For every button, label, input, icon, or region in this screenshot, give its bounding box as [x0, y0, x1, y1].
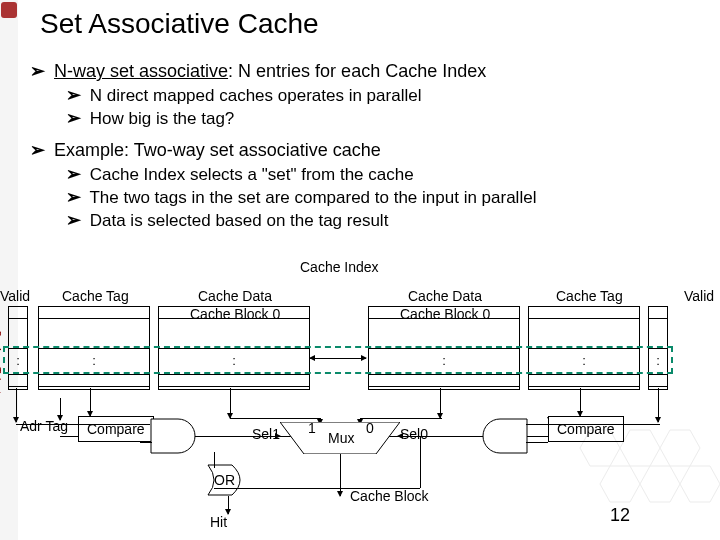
- bullet-list: ➢ N-way set associative: N entries for e…: [30, 60, 710, 232]
- mux-in-0: 0: [366, 420, 374, 436]
- vdots: :: [159, 353, 309, 368]
- valid-right-to-and: [526, 424, 660, 425]
- hit-label: Hit: [210, 514, 227, 530]
- data-left-to-mux: [230, 418, 320, 419]
- bullet-nway-sub2: ➢ How big is the tag?: [66, 107, 710, 129]
- index-arrow-left: [310, 358, 340, 359]
- tag-left-wire: [90, 388, 91, 416]
- mux-in-1: 1: [308, 420, 316, 436]
- valid-left-wire: [16, 388, 17, 422]
- hdr-valid-right: Valid: [684, 288, 714, 304]
- hit-wire: [228, 496, 229, 514]
- bullet-arrow-icon: ➢: [66, 164, 81, 184]
- compare-right: Compare: [548, 416, 624, 442]
- bullet-text: How big is the tag?: [90, 109, 235, 128]
- valid-col-left: :: [8, 306, 28, 390]
- bullet-arrow-icon: ➢: [66, 210, 81, 230]
- tag-col-left: :: [38, 306, 150, 390]
- hdr-data-right: Cache Data: [408, 288, 482, 304]
- page-number: 12: [610, 505, 630, 526]
- slide-title: Set Associative Cache: [40, 8, 319, 40]
- bullet-example-sub2: ➢ The two tags in the set are compared t…: [66, 186, 710, 208]
- valid-col-right: :: [648, 306, 668, 390]
- bullet-arrow-icon: ➢: [66, 108, 81, 128]
- compare-left: Compare: [78, 416, 154, 442]
- vdots: :: [369, 353, 519, 368]
- adr-tag-wire-down: [60, 398, 61, 420]
- data-col-left: :: [158, 306, 310, 390]
- hdr-tag-left: Cache Tag: [62, 288, 129, 304]
- tag-col-right: :: [528, 306, 640, 390]
- sel1-to-or: [214, 452, 215, 468]
- data-right-to-mux: [360, 418, 442, 419]
- data-left-drop: [230, 388, 231, 418]
- cmp-left-to-and: [140, 442, 152, 443]
- data-col-right: :: [368, 306, 520, 390]
- bullet-arrow-icon: ➢: [30, 140, 45, 160]
- cache-diagram: Valid Cache Tag Cache Data Cache Data Ca…: [0, 288, 720, 528]
- bullet-example-sub3: ➢ Data is selected based on the tag resu…: [66, 209, 710, 231]
- valid-left-to-and: [16, 424, 150, 425]
- bullet-text: Cache Index selects a "set" from the cac…: [90, 165, 414, 184]
- bullet-arrow-icon: ➢: [30, 61, 45, 81]
- hdr-valid-left: Valid: [0, 288, 30, 304]
- bullet-arrow-icon: ➢: [66, 187, 81, 207]
- valid-right-wire: [658, 388, 659, 422]
- sel1-label: Sel1: [252, 426, 280, 442]
- tag-right-wire: [580, 388, 581, 416]
- data-right-drop: [440, 388, 441, 418]
- hdr-tag-right: Cache Tag: [556, 288, 623, 304]
- bullet-nway-rest: : N entries for each Cache Index: [228, 61, 486, 81]
- index-arrow-right: [340, 358, 366, 359]
- mux: Mux 1 0: [280, 422, 400, 454]
- and-gate-left-icon: [150, 418, 200, 454]
- vdots: :: [649, 353, 667, 368]
- hdr-data-left: Cache Data: [198, 288, 272, 304]
- vdots: :: [39, 353, 149, 368]
- bullet-example-sub1: ➢ Cache Index selects a "set" from the c…: [66, 163, 710, 185]
- sel0-to-or-v: [420, 436, 421, 488]
- bullet-nway: ➢ N-way set associative: N entries for e…: [30, 60, 710, 82]
- mux-label: Mux: [328, 430, 354, 446]
- vdots: :: [9, 353, 27, 368]
- cache-index-label: Cache Index: [300, 259, 379, 275]
- bullet-nway-strong: N-way set associative: [54, 61, 228, 81]
- bullet-text: The two tags in the set are compared to …: [89, 188, 536, 207]
- vdots: :: [529, 353, 639, 368]
- cache-block-label: Cache Block: [350, 488, 429, 504]
- cmp-right-to-and: [526, 442, 548, 443]
- or-label: OR: [214, 472, 235, 488]
- logo-icon: [1, 2, 17, 18]
- bullet-nway-sub1: ➢ N direct mapped caches operates in par…: [66, 84, 710, 106]
- bullet-example: ➢ Example: Two-way set associative cache: [30, 139, 710, 161]
- bullet-arrow-icon: ➢: [66, 85, 81, 105]
- bullet-text: Data is selected based on the tag result: [90, 211, 389, 230]
- sel0-label: Sel0: [400, 426, 428, 442]
- and-gate-right-icon: [478, 418, 528, 454]
- cache-block-wire: [340, 454, 341, 496]
- bullet-text: N direct mapped caches operates in paral…: [90, 86, 422, 105]
- bullet-text: Example: Two-way set associative cache: [54, 140, 381, 160]
